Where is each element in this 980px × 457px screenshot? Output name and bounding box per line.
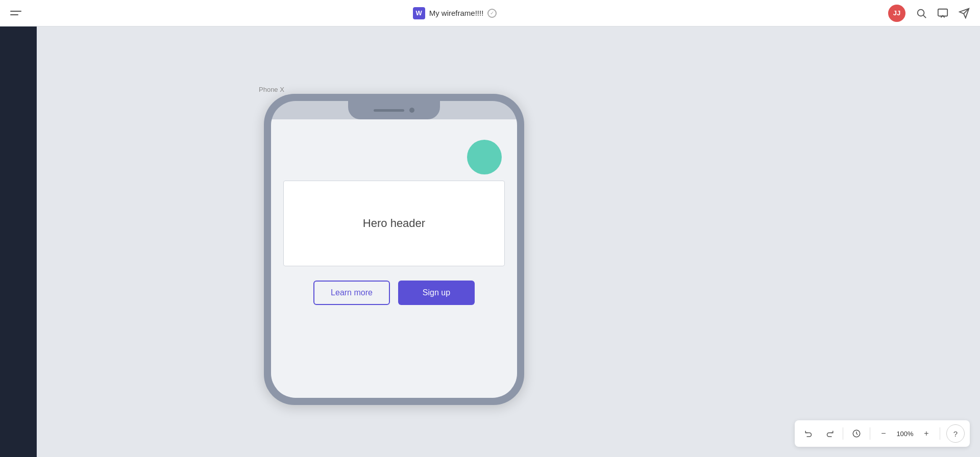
bottom-toolbar: − 100% + ?	[795, 420, 970, 447]
phone-label: Phone X	[259, 86, 284, 93]
zoom-in-button[interactable]: +	[917, 424, 936, 443]
help-button[interactable]: ?	[946, 424, 965, 443]
redo-button[interactable]	[820, 424, 839, 443]
hamburger-line-2	[10, 14, 18, 15]
logo-letter: W	[416, 9, 422, 17]
toolbar-divider-3	[940, 427, 940, 440]
avatar[interactable]: JJ	[888, 5, 905, 22]
phone-notch	[348, 101, 440, 119]
phone-screen: Hero header Learn more Sign up	[271, 101, 517, 398]
svg-point-0	[918, 9, 924, 16]
hamburger-line-1	[10, 11, 21, 12]
history-button[interactable]	[847, 424, 866, 443]
search-button[interactable]	[916, 8, 927, 19]
notch-bar	[374, 109, 404, 112]
toolbar-divider-2	[870, 427, 870, 440]
canvas[interactable]: Phone X Hero header	[37, 27, 980, 457]
hero-header-text: Hero header	[363, 217, 425, 230]
menu-button[interactable]	[10, 11, 21, 15]
zoom-out-button[interactable]: −	[874, 424, 893, 443]
notch-dot	[409, 108, 414, 113]
phone-body: Hero header Learn more Sign up	[264, 94, 524, 405]
teal-circle	[467, 140, 502, 174]
phone-mockup: Hero header Learn more Sign up	[264, 94, 524, 405]
learn-more-button[interactable]: Learn more	[313, 281, 390, 305]
topbar: W My wireframe!!!! JJ	[0, 0, 980, 27]
undo-button[interactable]	[800, 424, 818, 443]
hero-header-box[interactable]: Hero header	[283, 181, 505, 266]
zoom-level: 100%	[895, 430, 915, 438]
chat-button[interactable]	[937, 8, 948, 19]
share-button[interactable]	[959, 8, 970, 19]
topbar-center: W My wireframe!!!!	[413, 7, 497, 19]
svg-line-1	[923, 15, 926, 18]
saved-status-icon	[487, 9, 497, 18]
toolbar-divider-1	[843, 427, 843, 440]
screen-content: Hero header Learn more Sign up	[271, 119, 517, 398]
project-logo: W	[413, 7, 425, 19]
cta-row: Learn more Sign up	[271, 281, 517, 305]
topbar-left	[10, 11, 21, 15]
project-title[interactable]: My wireframe!!!!	[429, 9, 484, 17]
topbar-right: JJ	[888, 5, 970, 22]
sign-up-button[interactable]: Sign up	[398, 281, 475, 305]
left-panel	[0, 27, 37, 457]
